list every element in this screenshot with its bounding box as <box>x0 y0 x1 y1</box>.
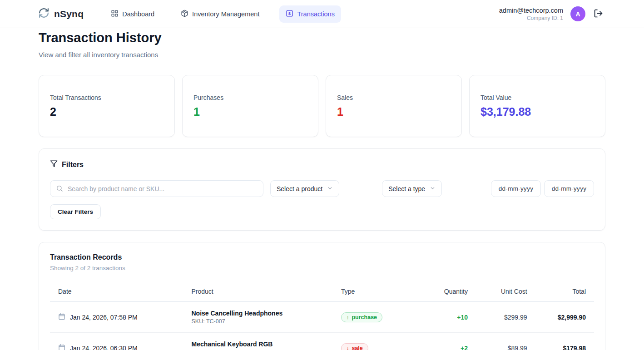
nav-item-label: Inventory Management <box>192 10 259 18</box>
transaction-date: Jan 24, 2026, 06:30 PM <box>70 345 138 350</box>
chevron-down-icon <box>327 185 333 192</box>
sync-logo-icon <box>38 7 50 20</box>
filters-controls: Select a product Select a type dd-mm-yyy… <box>50 180 594 197</box>
navbar-user-area: admin@techcorp.com Company ID: 1 A <box>499 6 604 21</box>
dashboard-grid-icon <box>111 10 119 19</box>
product-select[interactable]: Select a product <box>270 180 339 197</box>
search-box <box>50 180 263 197</box>
svg-text:$: $ <box>288 11 291 15</box>
table-header-row: Date Product Type Quantity Unit Cost Tot… <box>50 283 594 302</box>
date-range: dd-mm-yyyy dd-mm-yyyy <box>491 180 594 197</box>
logout-button[interactable] <box>593 8 604 20</box>
filters-card: Filters Select a product <box>39 148 605 231</box>
user-email: admin@techcorp.com <box>499 7 563 14</box>
brand: nSynq <box>38 7 84 20</box>
stat-label: Sales <box>337 94 451 101</box>
stats-row: Total Transactions 2 Purchases 1 Sales 1… <box>39 75 605 137</box>
dollar-square-icon: $ <box>286 10 293 19</box>
calendar-icon <box>58 313 65 321</box>
column-header-product: Product <box>183 283 333 302</box>
stat-label: Total Value <box>481 94 594 101</box>
user-meta: admin@techcorp.com Company ID: 1 <box>499 7 563 21</box>
unit-cost-value: $89.99 <box>476 333 535 350</box>
stat-label: Purchases <box>193 94 307 101</box>
type-select[interactable]: Select a type <box>382 180 442 197</box>
stat-card-total-value: Total Value $3,179.88 <box>469 75 605 137</box>
column-header-total: Total <box>535 283 594 302</box>
transaction-date: Jan 24, 2026, 07:58 PM <box>70 314 138 321</box>
chevron-down-icon <box>430 185 436 192</box>
records-heading: Transaction Records <box>50 253 594 261</box>
column-header-type: Type <box>333 283 423 302</box>
type-badge-label: purchase <box>352 314 377 320</box>
table-row[interactable]: Jan 24, 2026, 06:30 PM Mechanical Keyboa… <box>50 333 594 350</box>
nav-item-transactions[interactable]: $ Transactions <box>279 5 341 23</box>
transaction-records-card: Transaction Records Showing 2 of 2 trans… <box>39 242 605 350</box>
transactions-table: Date Product Type Quantity Unit Cost Tot… <box>50 283 594 350</box>
top-navbar: nSynq Dashboard Inventory Management <box>0 0 644 28</box>
type-badge-purchase: ↑ purchase <box>341 312 382 322</box>
product-sku: SKU: TC-007 <box>192 318 325 325</box>
calendar-icon <box>58 344 65 350</box>
type-badge-label: sale <box>352 345 362 350</box>
user-company-id: Company ID: 1 <box>499 15 563 21</box>
column-header-quantity: Quantity <box>423 283 476 302</box>
stat-label: Total Transactions <box>50 94 163 101</box>
stat-value: 1 <box>193 105 307 118</box>
total-value: $179.98 <box>535 333 594 350</box>
arrow-down-icon: ↓ <box>347 345 349 350</box>
column-header-unit-cost: Unit Cost <box>476 283 535 302</box>
nav-item-inventory-management[interactable]: Inventory Management <box>174 5 266 23</box>
quantity-value: +2 <box>423 333 476 350</box>
stat-card-sales: Sales 1 <box>326 75 462 137</box>
filters-heading-label: Filters <box>62 161 84 169</box>
quantity-value: +10 <box>423 302 476 333</box>
column-header-date: Date <box>50 283 183 302</box>
logout-icon <box>594 9 603 20</box>
search-input[interactable] <box>50 180 263 197</box>
package-icon <box>181 10 188 19</box>
stat-value: 1 <box>337 105 451 118</box>
arrow-up-icon: ↑ <box>347 315 349 320</box>
product-name: Noise Cancelling Headphones <box>192 310 325 317</box>
stat-card-purchases: Purchases 1 <box>182 75 318 137</box>
search-icon <box>56 185 63 194</box>
filter-funnel-icon <box>50 160 58 169</box>
type-badge-sale: ↓ sale <box>341 343 368 350</box>
total-value: $2,999.90 <box>535 302 594 333</box>
stat-value: 2 <box>50 105 163 118</box>
table-row[interactable]: Jan 24, 2026, 07:58 PM Noise Cancelling … <box>50 302 594 333</box>
avatar[interactable]: A <box>570 6 585 21</box>
product-name: Mechanical Keyboard RGB <box>192 340 325 348</box>
nav-item-label: Dashboard <box>122 10 154 18</box>
page-title: Transaction History <box>39 30 605 45</box>
filters-heading: Filters <box>50 160 594 169</box>
product-select-value: Select a product <box>277 185 322 192</box>
date-to-input[interactable]: dd-mm-yyyy <box>544 180 594 197</box>
brand-name: nSynq <box>54 9 84 20</box>
stat-card-total-transactions: Total Transactions 2 <box>39 75 175 137</box>
date-from-input[interactable]: dd-mm-yyyy <box>491 180 541 197</box>
page-subtitle: View and filter all inventory transactio… <box>39 51 605 59</box>
clear-filters-button[interactable]: Clear Filters <box>50 204 101 219</box>
type-select-value: Select a type <box>388 185 425 192</box>
stat-value: $3,179.88 <box>481 105 594 118</box>
nav-item-label: Transactions <box>297 10 334 18</box>
records-summary: Showing 2 of 2 transactions <box>50 265 594 271</box>
unit-cost-value: $299.99 <box>476 302 535 333</box>
main-content: Transaction History View and filter all … <box>0 28 644 350</box>
main-nav: Dashboard Inventory Management $ Transac… <box>104 5 341 23</box>
nav-item-dashboard[interactable]: Dashboard <box>104 5 161 23</box>
